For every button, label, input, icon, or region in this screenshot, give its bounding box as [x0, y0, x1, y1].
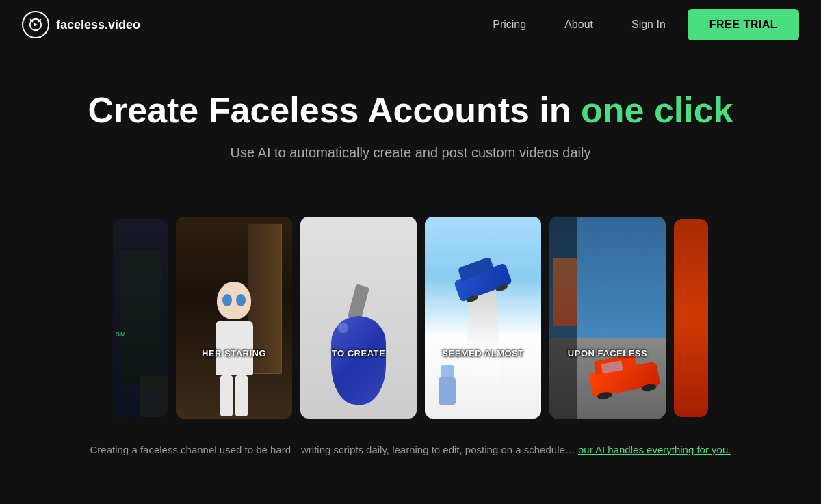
- hero-title-text: Create Faceless Accounts in: [88, 90, 581, 130]
- card-label-vase: TO CREATE: [332, 348, 385, 358]
- video-card-doll: HER STARING: [176, 217, 292, 419]
- vase-figure: [331, 316, 386, 405]
- video-strip: SM HER STARING: [0, 215, 821, 421]
- hero-section: Create Faceless Accounts in one click Us…: [0, 49, 821, 215]
- video-card-car: SEEMED ALMOST: [425, 217, 541, 419]
- nav-pricing[interactable]: Pricing: [476, 13, 543, 36]
- hero-title-accent: one click: [581, 90, 733, 130]
- video-card-partial-right: [674, 219, 708, 417]
- hero-title: Create Faceless Accounts in one click: [0, 90, 821, 131]
- nav-about[interactable]: About: [548, 13, 610, 36]
- logo-text: faceless.video: [56, 18, 140, 32]
- card-label-car: SEEMED ALMOST: [442, 348, 523, 358]
- video-card-sportscar: UPON FACELESS: [549, 217, 666, 419]
- hero-subtitle: Use AI to automatically create and post …: [0, 145, 821, 161]
- nav-links: Pricing About Sign In FREE TRIAL: [476, 9, 799, 40]
- card-label-doll: HER STARING: [202, 348, 266, 358]
- free-trial-button[interactable]: FREE TRIAL: [688, 9, 799, 40]
- card-label-sportscar: UPON FACELESS: [568, 348, 647, 358]
- video-card-partial-left: SM: [113, 219, 168, 417]
- logo-icon: [22, 11, 49, 38]
- navbar: faceless.video Pricing About Sign In FRE…: [0, 0, 821, 49]
- bottom-text-section: Creating a faceless channel used to be h…: [0, 421, 821, 459]
- video-card-vase: TO CREATE: [300, 217, 417, 419]
- bottom-text-main: Creating a faceless channel used to be h…: [90, 444, 575, 455]
- nav-signin[interactable]: Sign In: [615, 13, 682, 36]
- logo[interactable]: faceless.video: [22, 11, 140, 38]
- robot-figure: [439, 365, 456, 405]
- bottom-text-link[interactable]: our AI handles everything for you.: [578, 444, 731, 455]
